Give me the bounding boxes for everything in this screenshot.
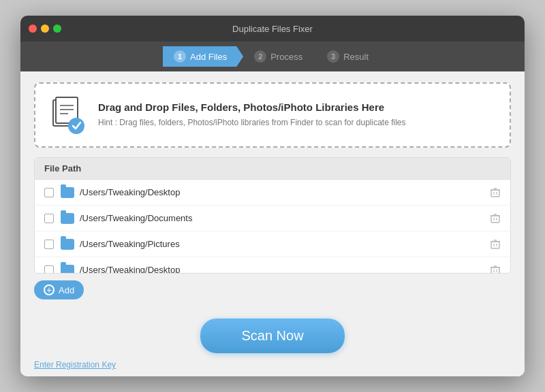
delete-icon[interactable] (490, 187, 501, 198)
window-title: Duplicate Files Fixer (232, 24, 313, 34)
step-process[interactable]: 2 Process (243, 46, 316, 67)
file-checkbox[interactable] (44, 265, 54, 274)
titlebar: Duplicate Files Fixer (20, 16, 525, 42)
file-checkbox[interactable] (44, 240, 54, 249)
file-row[interactable]: /Users/Tweaking/Pictures (35, 231, 510, 257)
drop-zone-icon (46, 95, 87, 135)
step-1-number: 1 (174, 50, 186, 63)
bottom-area: Scan Now Enter Registration Key (20, 310, 525, 376)
folder-icon (61, 239, 74, 250)
folder-icon (61, 213, 74, 224)
content-area: Drag and Drop Files, Folders, Photos/iPh… (20, 71, 525, 310)
plus-icon: + (44, 284, 54, 295)
file-row[interactable]: /Users/Tweaking/Documents (35, 206, 510, 231)
step-result[interactable]: 3 Result (316, 46, 382, 67)
maximize-button[interactable] (53, 24, 61, 33)
drop-zone[interactable]: Drag and Drop Files, Folders, Photos/iPh… (34, 82, 511, 148)
steps-bar: 1 Add Files 2 Process 3 Result (20, 42, 525, 71)
add-button-label: Add (59, 285, 74, 295)
svg-rect-21 (491, 267, 499, 274)
delete-icon[interactable] (490, 213, 501, 224)
registration-link[interactable]: Enter Registration Key (34, 360, 116, 370)
file-checkbox[interactable] (44, 188, 54, 197)
step-3-label: Result (343, 52, 369, 62)
delete-icon[interactable] (490, 265, 501, 274)
file-path: /Users/Tweaking/Desktop (80, 265, 490, 273)
drop-zone-title: Drag and Drop Files, Folders, Photos/iPh… (98, 101, 406, 113)
file-list-body[interactable]: /Users/Tweaking/Desktop /Users/Tweaking/… (35, 180, 510, 273)
step-2-label: Process (270, 52, 302, 62)
file-row[interactable]: /Users/Tweaking/Desktop (35, 180, 510, 206)
svg-rect-11 (491, 216, 499, 223)
file-path: /Users/Tweaking/Pictures (80, 239, 490, 249)
file-checkbox[interactable] (44, 214, 54, 223)
main-window: Duplicate Files Fixer 1 Add Files 2 Proc… (20, 16, 525, 376)
step-add-files[interactable]: 1 Add Files (163, 46, 243, 67)
drop-zone-hint: Hint : Drag files, folders, Photos/iPhot… (98, 117, 406, 129)
scan-now-button[interactable]: Scan Now (200, 318, 344, 353)
svg-rect-16 (491, 242, 499, 248)
file-path: /Users/Tweaking/Desktop (80, 187, 490, 197)
delete-icon[interactable] (490, 239, 501, 250)
traffic-lights (29, 24, 61, 33)
folder-icon (61, 187, 74, 198)
file-list-header: File Path (35, 158, 510, 180)
drop-zone-text: Drag and Drop Files, Folders, Photos/iPh… (98, 101, 406, 129)
step-3-number: 3 (327, 50, 339, 63)
file-row[interactable]: /Users/Tweaking/Desktop (35, 257, 510, 273)
step-2-number: 2 (254, 50, 266, 63)
add-button[interactable]: + Add (34, 280, 84, 299)
file-path: /Users/Tweaking/Documents (80, 213, 490, 223)
folder-icon (61, 265, 74, 274)
svg-rect-6 (491, 190, 499, 197)
file-list: File Path /Users/Tweaking/Desktop /Users… (34, 157, 511, 274)
svg-point-5 (68, 118, 84, 134)
minimize-button[interactable] (41, 24, 49, 33)
close-button[interactable] (29, 24, 37, 33)
step-1-label: Add Files (190, 52, 227, 62)
